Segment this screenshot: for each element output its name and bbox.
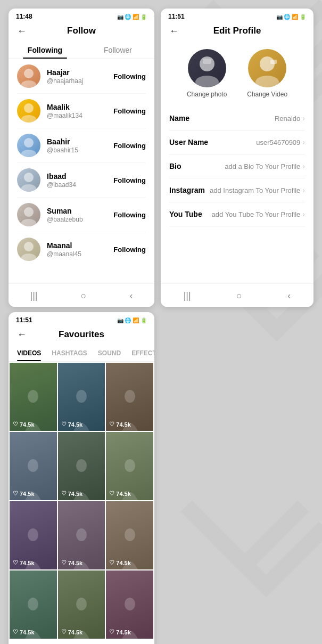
video-grid: ♡74.5k ♡74.5k ♡74.5k ♡74.5k ♡74.5k ♡74.5… xyxy=(9,362,154,640)
video-thumb[interactable]: ♡74.5k xyxy=(58,432,105,500)
tab-following[interactable]: Following xyxy=(9,40,81,59)
edit-profile-title: Edit Profile xyxy=(213,26,261,36)
bottom-nav-follow: ||| ○ ‹ xyxy=(9,283,154,307)
video-thumb[interactable]: ♡74.5k xyxy=(58,501,105,569)
svg-point-2 xyxy=(24,103,34,113)
follow-list: Haajar @haajarhaaj Following Maalik @maa… xyxy=(9,59,154,266)
heart-icon: ♡ xyxy=(109,490,114,497)
field-value-youtube: add You Tube To Your Profile › xyxy=(212,210,305,218)
favourites-header: ← Favourites xyxy=(9,326,154,344)
field-label-instagram: Instagram xyxy=(169,186,205,194)
user-name: Baahir xyxy=(47,137,113,146)
tab-sound[interactable]: SOUND xyxy=(98,344,121,361)
user-name: Maalik xyxy=(47,103,113,111)
following-button[interactable]: Following xyxy=(113,246,146,254)
svg-point-3 xyxy=(21,115,36,123)
svg-point-25 xyxy=(76,528,87,541)
user-info: Maalik @maalik134 xyxy=(47,103,113,119)
video-thumb[interactable]: ♡74.5k xyxy=(10,363,57,431)
status-time: 11:51 xyxy=(16,316,32,324)
like-count-label: 74.5k xyxy=(68,491,83,497)
profile-photos-section: Change photo Change Video xyxy=(161,40,313,107)
video-thumb[interactable]: ♡74.5k xyxy=(58,363,105,431)
chevron-right-icon: › xyxy=(302,138,305,146)
like-count-label: 74.5k xyxy=(68,421,83,428)
user-name: Maanal xyxy=(47,241,113,250)
svg-point-21 xyxy=(28,459,38,472)
video-thumb[interactable]: ♡74.5k xyxy=(10,570,57,639)
field-label-bio: Bio xyxy=(169,162,181,170)
heart-icon: ♡ xyxy=(109,629,114,635)
video-thumb[interactable]: ♡74.5k xyxy=(10,432,57,500)
nav-menu-icon[interactable]: ||| xyxy=(30,290,38,301)
list-item: Maalik @maalik134 Following xyxy=(17,94,146,128)
like-count-label: 74.5k xyxy=(116,560,131,566)
field-name[interactable]: Name Renaldo › xyxy=(169,107,305,131)
back-button[interactable]: ← xyxy=(169,26,179,37)
field-value-username: user54670909 › xyxy=(256,138,305,146)
heart-icon: ♡ xyxy=(109,421,114,428)
field-label-username: User Name xyxy=(169,138,208,146)
video-thumb[interactable]: ♡74.5k xyxy=(10,501,57,569)
svg-point-23 xyxy=(125,459,135,472)
user-handle: @baalzebub xyxy=(47,216,113,223)
user-handle: @baahir15 xyxy=(47,146,113,154)
nav-home-icon[interactable]: ○ xyxy=(236,290,242,301)
following-button[interactable]: Following xyxy=(113,107,146,115)
list-item: Ibaad @ibaad34 Following xyxy=(17,163,146,198)
change-video-item[interactable]: Change Video xyxy=(247,49,287,98)
svg-point-10 xyxy=(24,242,34,251)
heart-icon: ♡ xyxy=(13,559,18,566)
heart-icon: ♡ xyxy=(109,559,114,566)
video-thumb[interactable]: ♡74.5k xyxy=(106,432,153,500)
video-thumb[interactable]: ♡74.5k xyxy=(106,363,153,431)
field-value-bio: add a Bio To Your Profile › xyxy=(225,162,305,170)
nav-back-icon[interactable]: ‹ xyxy=(287,290,291,301)
nav-back-icon[interactable]: ‹ xyxy=(129,290,133,301)
favourites-tabs: VIDEOS HASHTAGS SOUND EFFECTS xyxy=(9,344,154,362)
like-count-label: 74.5k xyxy=(20,421,35,428)
svg-point-4 xyxy=(24,138,34,148)
user-name: Suman xyxy=(47,207,113,215)
svg-point-7 xyxy=(21,184,36,192)
tab-follower[interactable]: Follower xyxy=(81,40,154,59)
chevron-right-icon: › xyxy=(302,210,305,218)
tab-videos[interactable]: VIDEOS xyxy=(17,344,41,361)
like-count-label: 74.5k xyxy=(116,629,131,635)
svg-point-6 xyxy=(24,173,34,182)
back-button[interactable]: ← xyxy=(17,329,27,340)
change-video-label[interactable]: Change Video xyxy=(247,91,287,98)
user-name: Ibaad xyxy=(47,172,113,181)
field-username[interactable]: User Name user54670909 › xyxy=(169,131,305,154)
nav-menu-icon[interactable]: ||| xyxy=(184,290,191,301)
field-youtube[interactable]: You Tube add You Tube To Your Profile › xyxy=(169,202,305,226)
user-info: Ibaad @ibaad34 xyxy=(47,172,113,189)
list-item: Maanal @maanal45 Following xyxy=(17,232,146,266)
field-label-youtube: You Tube xyxy=(169,210,202,218)
avatar xyxy=(17,168,40,192)
field-bio[interactable]: Bio add a Bio To Your Profile › xyxy=(169,154,305,178)
tab-effects[interactable]: EFFECTS xyxy=(131,344,154,361)
following-button[interactable]: Following xyxy=(113,72,146,80)
svg-point-18 xyxy=(28,390,38,403)
following-button[interactable]: Following xyxy=(113,142,146,150)
heart-icon: ♡ xyxy=(61,490,67,497)
nav-home-icon[interactable]: ○ xyxy=(81,290,87,301)
bottom-nav-edit: ||| ○ ‹ xyxy=(161,283,313,307)
change-photo-item[interactable]: Change photo xyxy=(187,49,227,98)
edit-profile-header: ← Edit Profile xyxy=(161,22,313,40)
svg-point-13 xyxy=(195,76,219,87)
change-photo-label[interactable]: Change photo xyxy=(187,91,227,98)
video-thumb[interactable]: ♡74.5k xyxy=(106,570,153,639)
svg-point-11 xyxy=(21,254,36,261)
follow-header: ← Follow xyxy=(9,22,154,40)
video-thumb[interactable]: ♡74.5k xyxy=(106,501,153,569)
svg-point-28 xyxy=(76,598,87,610)
svg-point-9 xyxy=(21,219,36,226)
following-button[interactable]: Following xyxy=(113,176,146,184)
back-button[interactable]: ← xyxy=(17,26,27,37)
video-thumb[interactable]: ♡74.5k xyxy=(58,570,105,639)
tab-hashtags[interactable]: HASHTAGS xyxy=(52,344,87,361)
field-instagram[interactable]: Instagram add Instagram To Your Profile … xyxy=(169,178,305,202)
following-button[interactable]: Following xyxy=(113,211,146,219)
